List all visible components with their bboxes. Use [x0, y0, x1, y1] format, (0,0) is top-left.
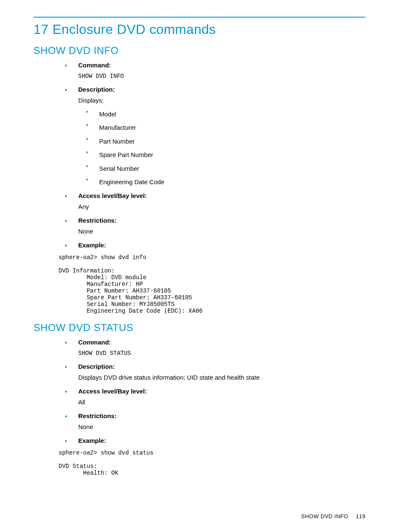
description-text: Displays DVD drive status information; U… [78, 373, 366, 383]
description-intro: Displays: [78, 96, 366, 105]
command-value: SHOW DVD STATUS [78, 349, 366, 358]
restrictions-value: None [78, 227, 366, 236]
command-label: Command: [78, 62, 111, 69]
desc-sub-item: Serial Number [86, 164, 366, 174]
desc-sub-item: Engineering Date Code [86, 177, 366, 187]
footer-section: SHOW DVD INFO [301, 513, 348, 519]
section-list: Command: SHOW DVD INFO Description: Disp… [33, 61, 366, 250]
restrictions-label: Restrictions: [78, 412, 117, 419]
example-label: Example: [78, 242, 106, 249]
access-item: Access level/Bay level: All [65, 387, 366, 407]
access-item: Access level/Bay level: Any [65, 191, 366, 212]
command-label: Command: [78, 339, 111, 346]
example-item: Example: [65, 241, 366, 250]
description-item: Description: Displays: Model Manufacture… [65, 85, 366, 187]
desc-sub-item: Model [86, 110, 366, 119]
description-sublist: Model Manufacturer Part Number Spare Par… [78, 110, 366, 187]
command-item: Command: SHOW DVD STATUS [65, 338, 366, 358]
section-heading: SHOW DVD INFO [33, 45, 366, 57]
restrictions-value: None [78, 422, 366, 432]
restrictions-label: Restrictions: [78, 217, 117, 224]
description-label: Description: [78, 363, 115, 370]
desc-sub-item: Spare Part Number [86, 150, 366, 160]
access-value: Any [78, 202, 366, 212]
page: 17 Enclosure DVD commands SHOW DVD INFO … [0, 0, 399, 532]
description-item: Description: Displays DVD drive status i… [65, 362, 366, 383]
section-heading: SHOW DVD STATUS [33, 322, 366, 334]
chapter-title: 17 Enclosure DVD commands [33, 22, 366, 37]
access-label: Access level/Bay level: [78, 192, 147, 199]
example-output: sphere-oa2> show dvd status DVD Status: … [59, 450, 366, 476]
section-list: Command: SHOW DVD STATUS Description: Di… [33, 338, 366, 445]
restrictions-item: Restrictions: None [65, 216, 366, 236]
example-label: Example: [78, 437, 106, 444]
command-item: Command: SHOW DVD INFO [65, 61, 366, 81]
page-footer: SHOW DVD INFO 119 [301, 513, 366, 519]
access-label: Access level/Bay level: [78, 388, 147, 395]
restrictions-item: Restrictions: None [65, 411, 366, 432]
access-value: All [78, 398, 366, 407]
command-value: SHOW DVD INFO [78, 72, 366, 81]
example-output: sphere-oa2> show dvd info DVD Informatio… [59, 254, 366, 314]
footer-page-number: 119 [356, 513, 366, 519]
desc-sub-item: Manufacturer [86, 123, 366, 133]
desc-sub-item: Part Number [86, 137, 366, 146]
example-item: Example: [65, 436, 366, 446]
top-rule [33, 17, 366, 18]
description-label: Description: [78, 86, 115, 93]
